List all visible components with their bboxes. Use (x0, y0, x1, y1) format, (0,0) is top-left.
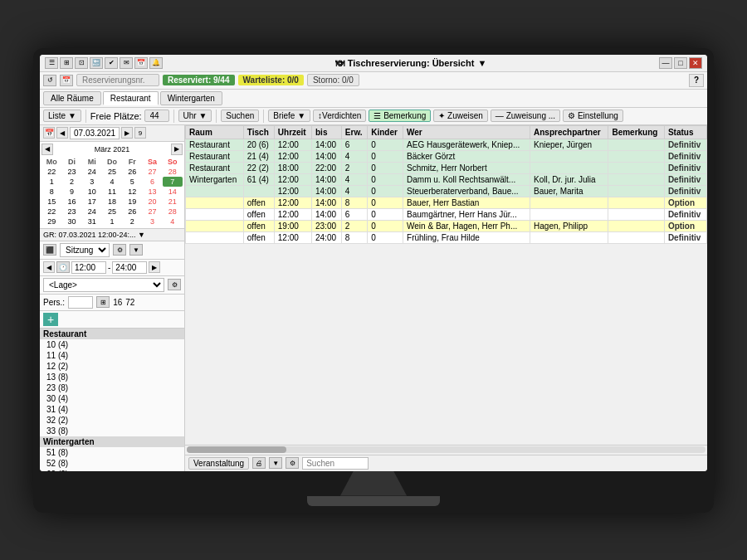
table-row[interactable]: offen12:0014:0060Baumgärtner, Herr Hans … (186, 208, 707, 220)
cal-day[interactable]: 16 (61, 197, 81, 207)
cal-day[interactable]: 2 (61, 177, 81, 187)
jump-date-button[interactable]: 9 (134, 127, 146, 139)
freie-plaetze-input[interactable] (144, 110, 169, 122)
cal-day[interactable]: 18 (102, 197, 122, 207)
cal-day[interactable]: 15 (42, 197, 61, 207)
icon2[interactable]: ⊞ (60, 57, 73, 69)
cal-day[interactable]: 24 (82, 167, 102, 177)
uhr-button[interactable]: Uhr ▼ (178, 110, 212, 122)
cal-day[interactable]: 25 (102, 167, 122, 177)
cal-day[interactable]: 27 (142, 167, 162, 177)
minimize-button[interactable]: — (659, 57, 672, 69)
time-to-input[interactable] (112, 261, 147, 274)
icon5[interactable]: ✔ (105, 57, 118, 69)
cal-day[interactable]: 28 (163, 207, 183, 217)
next-date-button[interactable]: ▶ (121, 127, 133, 139)
lage-icon[interactable]: ⚙ (168, 279, 181, 290)
cal-day[interactable]: 26 (122, 167, 142, 177)
list-item[interactable]: 11 (4) (40, 350, 184, 361)
reservation-search-input[interactable] (76, 74, 159, 86)
cal-day[interactable]: 9 (61, 187, 81, 197)
horizontal-scrollbar[interactable] (185, 445, 707, 455)
cal-day[interactable]: 21 (163, 197, 183, 207)
storno-badge[interactable]: Storno: 0/0 (307, 74, 359, 86)
time-next-button[interactable]: ▶ (149, 261, 160, 273)
icon3[interactable]: ⊡ (75, 57, 88, 69)
cal-day[interactable]: 19 (122, 197, 142, 207)
pers-input[interactable] (68, 296, 93, 309)
list-item[interactable]: 52 (8) (40, 458, 184, 469)
cal-day[interactable]: 31 (82, 217, 102, 226)
warteliste-badge[interactable]: Warteliste: 0/0 (238, 75, 304, 85)
cal-day[interactable]: 23 (61, 167, 81, 177)
table-row[interactable]: offen12:0014:0080Bauer, Herr BastianOpti… (186, 197, 707, 208)
sidebar-icon2[interactable]: ⚙ (113, 244, 126, 256)
table-row[interactable]: 12:0014:0040Steuerberaterverband, Baue..… (186, 185, 707, 197)
list-item[interactable]: 32 (2) (40, 415, 184, 426)
table-row[interactable]: offen19:0023:0020Wein & Bar, Hagen, Herr… (186, 220, 707, 231)
table-row[interactable]: Restaurant22 (2)18:0022:0020Schmitz, Her… (186, 162, 707, 173)
einstellung-button[interactable]: ⚙ Einstellung (563, 110, 623, 122)
sidebar-icon3[interactable]: ▼ (129, 244, 143, 256)
export-icon[interactable]: ▼ (269, 457, 282, 469)
print-icon[interactable]: 🖨 (252, 457, 266, 469)
add-button[interactable]: + (43, 313, 58, 326)
tab-alle-raeume[interactable]: Alle Räume (43, 91, 101, 105)
list-item[interactable]: 30 (4) (40, 393, 184, 404)
sidebar-icon1[interactable]: ⬛ (43, 244, 56, 256)
cal-day[interactable]: 6 (142, 177, 162, 187)
cal-day-selected[interactable]: 7 (163, 177, 183, 187)
cal-day[interactable]: 11 (102, 187, 122, 197)
cal-day[interactable]: 22 (42, 207, 61, 217)
table-row[interactable]: offen12:0024:0080Frühling, Frau HildeDef… (186, 231, 707, 243)
tab-wintergarten[interactable]: Wintergarten (160, 91, 222, 105)
list-item[interactable]: 13 (8) (40, 372, 184, 382)
verdichten-button[interactable]: ↕Verdichten (313, 110, 366, 122)
briefe-button[interactable]: Briefe ▼ (268, 110, 310, 122)
cal-day[interactable]: 8 (42, 187, 61, 197)
cal-day[interactable]: 20 (142, 197, 162, 207)
cal-day[interactable]: 5 (122, 177, 142, 187)
cal-day[interactable]: 1 (102, 217, 122, 226)
zuweisen-button[interactable]: ✦ Zuweisen (433, 110, 488, 122)
cal-day[interactable]: 23 (61, 207, 81, 217)
icon7[interactable]: 📅 (134, 57, 148, 69)
cal-day[interactable]: 28 (163, 167, 183, 177)
cal-day[interactable]: 10 (82, 187, 102, 197)
cal-day[interactable]: 3 (82, 177, 102, 187)
table-row[interactable]: Wintergarten61 (4)12:0014:0040Damm u. Ko… (186, 173, 707, 185)
bottom-search-input[interactable] (302, 457, 369, 470)
cal-day[interactable]: 26 (122, 207, 142, 217)
cal-day[interactable]: 29 (42, 217, 61, 226)
suchen-button[interactable]: Suchen (221, 110, 259, 122)
settings-icon[interactable]: ⚙ (286, 457, 299, 469)
cal-day[interactable]: 1 (42, 177, 61, 187)
veranstaltung-button[interactable]: Veranstaltung (188, 457, 249, 470)
sitzung-select[interactable]: Sitzung (60, 243, 110, 257)
cal-day[interactable]: 25 (102, 207, 122, 217)
cal-day[interactable]: 27 (142, 207, 162, 217)
refresh-icon[interactable]: ↺ (43, 75, 56, 86)
menu-icon[interactable]: ☰ (45, 57, 58, 69)
list-item[interactable]: 33 (8) (40, 426, 184, 436)
sidebar-cal-icon[interactable]: 📅 (43, 127, 55, 139)
date-display[interactable]: 07.03.2021 (70, 127, 120, 139)
cal-day[interactable]: 17 (82, 197, 102, 207)
close-button[interactable]: ✕ (689, 57, 702, 69)
maximize-button[interactable]: □ (674, 57, 687, 69)
time-from-input[interactable] (71, 261, 106, 274)
cal-next-button[interactable]: ▶ (171, 144, 183, 155)
help-button[interactable]: ? (689, 74, 704, 87)
list-item[interactable]: 10 (4) (40, 339, 184, 350)
list-item[interactable]: 31 (4) (40, 404, 184, 415)
list-item[interactable]: 12 (2) (40, 361, 184, 372)
cal-day[interactable]: 13 (142, 187, 162, 197)
liste-button[interactable]: Liste ▼ (43, 110, 81, 122)
cal-day[interactable]: 24 (82, 207, 102, 217)
bemerkung-button[interactable]: ☰ Bemerkung (369, 110, 431, 122)
list-item[interactable]: 23 (8) (40, 382, 184, 393)
cal-day[interactable]: 22 (42, 167, 61, 177)
cal-day[interactable]: 3 (142, 217, 162, 226)
cal-prev-button[interactable]: ◀ (42, 144, 53, 155)
reserved-badge[interactable]: Reserviert: 9/44 (163, 75, 235, 85)
